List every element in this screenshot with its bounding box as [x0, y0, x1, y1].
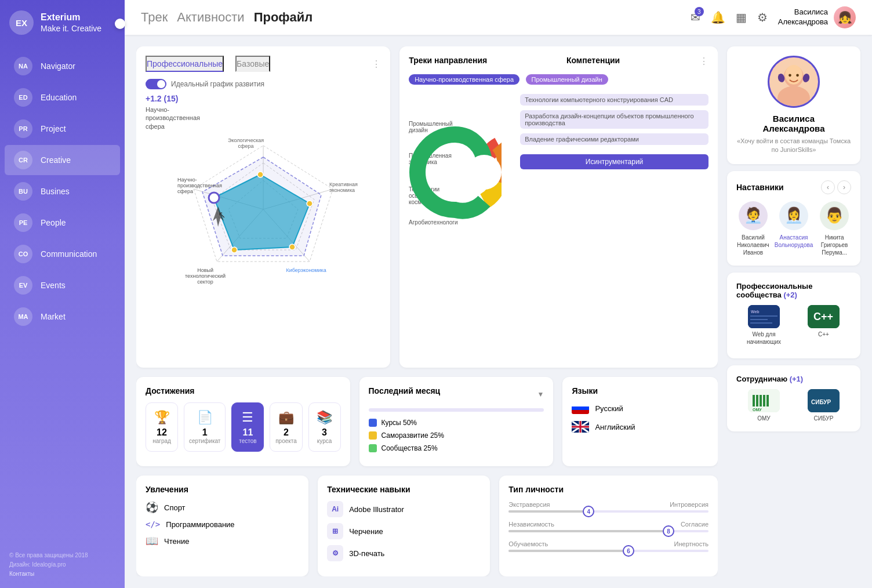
achievements-card: Достижения 🏆 12 наград 📄 1 сертификат [136, 377, 350, 466]
sidebar-item-communication[interactable]: CO Communication [5, 239, 120, 269]
project-icon: 💼 [275, 410, 297, 425]
profile-name: ВасилисаАлександрова [736, 114, 851, 133]
sidebar: EX Exterium Make it. Creative ‹ NA Navig… [0, 0, 125, 588]
svg-text:Киберэкономика: Киберэкономика [286, 267, 326, 273]
brand-name: Exterium [41, 12, 101, 24]
achieve-item-awards[interactable]: 🏆 12 наград [146, 402, 178, 452]
track-tag-2[interactable]: Промышленный дизайн [526, 74, 608, 85]
tab-profile[interactable]: Профайл [254, 10, 313, 25]
svg-rect-62 [760, 395, 762, 406]
en-flag [572, 421, 589, 433]
footer-contact-link[interactable]: Контакты [9, 569, 115, 579]
achieve-item-cert[interactable]: 📄 1 сертификат [184, 402, 226, 452]
toggle-label: Идеальный график развития [171, 80, 264, 88]
radar-chart: ↖ Экологическая сфера Креативная экономи… [146, 134, 381, 285]
prev-arrow[interactable]: ‹ [821, 180, 835, 194]
sidebar-toggle[interactable]: ‹ [115, 19, 125, 29]
mentors-header: Наставники ‹ › [736, 180, 851, 194]
svg-text:технологический: технологический [185, 273, 226, 279]
comm-item-cpp[interactable]: C++ C++ [796, 305, 851, 346]
svg-text:Web: Web [751, 310, 760, 314]
bell-icon[interactable]: 🔔 [711, 10, 725, 24]
sidebar-nav: NA Navigator ED Education PR Project CR … [0, 45, 125, 542]
svg-text:экономика: экономика [329, 187, 355, 193]
slider-thumb-1[interactable]: 4 [583, 506, 594, 517]
slider-thumb-2[interactable]: 8 [663, 525, 674, 537]
instr-button[interactable]: Исинтрументарий [520, 154, 708, 169]
user-avatar: 👧 [834, 6, 856, 28]
skills-tabs: Профессиональные Базовые ⋮ [146, 56, 381, 72]
achieve-item-tests[interactable]: ☰ 11 тестов [231, 402, 264, 452]
mentor-item-3: 👨 Никита Григорьев Перума... [818, 201, 851, 256]
track-tag-1[interactable]: Научно-производственная сфера [409, 74, 519, 85]
sidebar-item-market[interactable]: MA Market [5, 302, 120, 332]
drafting-label: Черчение [349, 527, 383, 536]
month-item-communities: Сообщества 25% [369, 444, 544, 452]
svg-point-14 [209, 193, 219, 203]
ai-label: Adobe Illustrator [349, 505, 404, 514]
header-actions: ✉ 3 🔔 ▦ ⚙ ВасилисаАлександрова 👧 [691, 6, 856, 28]
tab-basic[interactable]: Базовые [235, 56, 270, 72]
slider-left-2: Независимость [508, 521, 554, 528]
svg-point-49 [796, 74, 799, 77]
svg-text:Экологическая: Экологическая [228, 137, 264, 143]
slider-left-3: Обучаемость [508, 540, 548, 547]
achieve-item-courses[interactable]: 📚 3 курса [308, 402, 341, 452]
toggle-row: Идеальный график развития [146, 79, 381, 89]
sidebar-footer: © Все права защищены 2018 Дизайн: Idealo… [0, 542, 125, 588]
profile-quote: «Хочу войти в состав команды Томска по J… [736, 137, 851, 155]
sidebar-item-people[interactable]: PE People [5, 208, 120, 238]
settings-icon[interactable]: ⚙ [757, 10, 768, 24]
next-arrow[interactable]: › [837, 180, 851, 194]
month-header: Последний месяц ▼ [369, 386, 544, 402]
sidebar-item-busines[interactable]: BU Busines [5, 176, 120, 206]
project-num: 2 [275, 427, 297, 438]
languages-card: Языки Русский [562, 377, 718, 466]
sidebar-item-creative[interactable]: CR Creative [5, 145, 120, 175]
svg-point-13 [231, 247, 237, 253]
skills-card: Профессиональные Базовые ⋮ Идеальный гра… [136, 46, 390, 368]
mail-badge: 3 [695, 7, 704, 16]
mail-icon[interactable]: ✉ 3 [691, 10, 700, 24]
comm-item-web[interactable]: Web Web для начинающих [736, 305, 791, 346]
3d-label: 3D-печать [349, 549, 384, 558]
tab-professional[interactable]: Профессиональные [146, 56, 224, 72]
tab-activities[interactable]: Активности [177, 10, 244, 25]
tracks-header: Треки направления Компетенции ⋮ [409, 56, 708, 67]
drafting-icon: ⊞ [327, 523, 343, 539]
svg-rect-60 [753, 395, 755, 406]
tracks-menu-dots[interactable]: ⋮ [699, 56, 708, 67]
slider-right-1: Интроверсия [670, 501, 708, 508]
slider-thumb-3[interactable]: 6 [623, 545, 634, 557]
sidebar-item-events[interactable]: EV Events [5, 270, 120, 300]
lang-item-english: Английский [572, 421, 708, 433]
sidebar-item-navigator[interactable]: NA Navigator [5, 51, 120, 81]
programming-label: Программирование [166, 520, 234, 529]
courses-dot [369, 419, 377, 427]
slider-right-2: Согласие [681, 521, 708, 528]
collab-item-omu[interactable]: ОМУ ОМУ [736, 389, 791, 422]
tech-skills-card: Технические навыки Ai Adobe Illustrator … [318, 476, 490, 576]
collab-item-sibur[interactable]: СИБУР СИБУР [796, 389, 851, 422]
slider-left-1: Экстраверсия [508, 501, 550, 508]
course-icon: 📚 [314, 410, 336, 425]
ideal-toggle[interactable] [146, 79, 166, 89]
content-area: Профессиональные Базовые ⋮ Идеальный гра… [125, 35, 872, 588]
month-items: Курсы 50% Саморазвитие 25% Сообщества 25… [369, 419, 544, 452]
user-info[interactable]: ВасилисаАлександрова 👧 [778, 6, 856, 28]
achieve-item-projects[interactable]: 💼 2 проекта [270, 402, 302, 452]
sidebar-item-education[interactable]: ED Education [5, 82, 120, 112]
achieve-items: 🏆 12 наград 📄 1 сертификат ☰ 11 те [146, 402, 341, 452]
hobby-item-sport: ⚽ Спорт [146, 501, 299, 514]
skills-menu-dots[interactable]: ⋮ [372, 59, 381, 70]
mentor-name-2[interactable]: Анастасия Вольнорудова [775, 234, 813, 249]
competence-title: Компетенции [566, 56, 620, 65]
grid-icon[interactable]: ▦ [736, 10, 747, 24]
nav-arrows: ‹ › [821, 180, 851, 194]
cert-num: 1 [189, 427, 220, 438]
tab-trek[interactable]: Трек [141, 10, 168, 25]
score-label: +1.2 (15) [146, 94, 192, 103]
hobbies-row: Увлечения ⚽ Спорт </> Программирование 📖… [136, 476, 718, 576]
sidebar-item-project[interactable]: PR Project [5, 114, 120, 144]
month-dropdown[interactable]: ▼ [537, 390, 544, 398]
